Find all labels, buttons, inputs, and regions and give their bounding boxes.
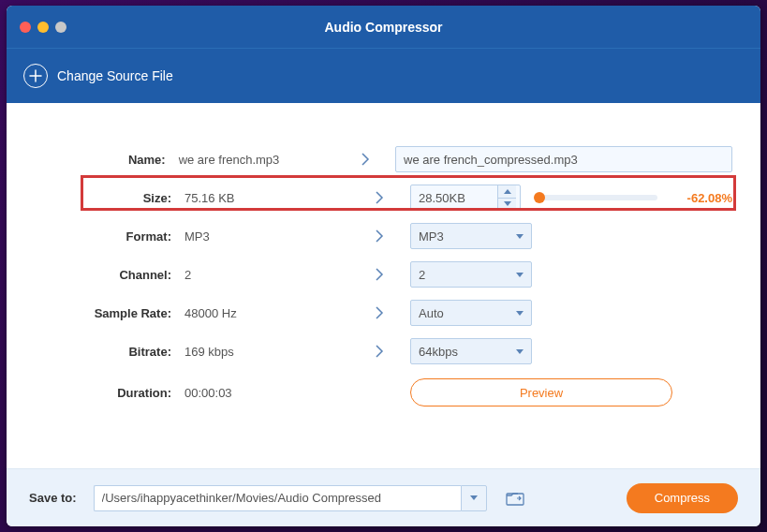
arrow-icon [367, 268, 391, 281]
size-percent: -62.08% [676, 191, 732, 205]
size-up-button[interactable] [498, 185, 516, 199]
target-size-stepper[interactable] [410, 185, 521, 211]
app-window: Audio Compressor Change Source File Name… [7, 6, 760, 526]
window-title: Audio Compressor [7, 20, 760, 35]
chevron-down-icon [516, 273, 524, 277]
change-source-button[interactable]: Change Source File [23, 64, 173, 88]
chevron-down-icon [470, 495, 478, 500]
preview-button[interactable]: Preview [410, 378, 672, 406]
save-path-group [94, 485, 487, 511]
sample-rate-source: 48000 Hz [184, 306, 367, 320]
bitrate-select[interactable]: 64kbps [410, 338, 532, 364]
compress-label: Compress [655, 491, 710, 505]
target-size-input[interactable] [411, 185, 497, 210]
row-sample-rate: Sample Rate: 48000 Hz Auto [35, 294, 732, 332]
plus-circle-icon [23, 64, 48, 88]
bitrate-source: 169 kbps [184, 345, 367, 359]
output-name-input[interactable] [395, 146, 732, 172]
row-channel: Channel: 2 2 [35, 256, 732, 293]
size-source: 75.16 KB [184, 191, 367, 205]
maximize-window-icon[interactable] [55, 22, 66, 33]
bitrate-label: Bitrate: [35, 345, 184, 359]
row-duration: Duration: 00:00:03 Preview [35, 374, 732, 411]
sample-rate-value: Auto [419, 306, 444, 320]
row-name: Name: we are french.mp3 [35, 140, 732, 178]
toolbar: Change Source File [7, 49, 760, 103]
row-bitrate: Bitrate: 169 kbps 64kbps [35, 332, 732, 370]
content-area: Name: we are french.mp3 Size: 75.16 KB [7, 103, 760, 468]
chevron-down-icon [516, 311, 524, 316]
traffic-lights [20, 22, 66, 33]
close-window-icon[interactable] [20, 22, 31, 33]
folder-icon [506, 491, 524, 506]
channel-select[interactable]: 2 [410, 261, 532, 288]
size-down-button[interactable] [498, 199, 516, 211]
change-source-label: Change Source File [57, 68, 173, 83]
row-size: Size: 75.16 KB -62.08% [35, 179, 732, 216]
bottom-bar: Save to: Compress [7, 468, 760, 526]
row-format: Format: MP3 MP3 [35, 217, 732, 255]
arrow-icon [367, 191, 391, 204]
chevron-down-icon [516, 349, 524, 354]
bitrate-value: 64kbps [419, 345, 458, 359]
titlebar: Audio Compressor [7, 6, 760, 49]
minimize-window-icon[interactable] [37, 22, 49, 33]
triangle-down-icon [504, 201, 511, 206]
channel-value: 2 [419, 268, 425, 282]
open-folder-button[interactable] [502, 487, 528, 510]
arrow-icon [367, 306, 391, 319]
size-label: Size: [35, 191, 184, 205]
duration-value: 00:00:03 [184, 386, 367, 400]
format-source: MP3 [184, 229, 367, 244]
preview-label: Preview [520, 386, 563, 400]
format-label: Format: [35, 229, 184, 244]
save-path-dropdown[interactable] [461, 485, 487, 511]
triangle-up-icon [504, 189, 511, 194]
chevron-down-icon [516, 234, 524, 239]
format-select[interactable]: MP3 [410, 223, 532, 249]
sample-rate-select[interactable]: Auto [410, 300, 532, 326]
format-value: MP3 [419, 229, 444, 244]
channel-label: Channel: [35, 268, 184, 282]
size-slider[interactable] [539, 195, 657, 200]
sample-rate-label: Sample Rate: [35, 306, 184, 320]
arrow-icon [367, 345, 391, 358]
name-label: Name: [35, 153, 179, 167]
arrow-icon [367, 229, 391, 243]
arrow-icon [353, 153, 376, 166]
compress-button[interactable]: Compress [627, 483, 738, 513]
name-source: we are french.mp3 [179, 153, 354, 167]
duration-label: Duration: [35, 386, 184, 400]
channel-source: 2 [184, 268, 367, 282]
save-to-label: Save to: [29, 491, 77, 505]
save-path-input[interactable] [94, 485, 461, 511]
slider-thumb[interactable] [534, 192, 545, 203]
